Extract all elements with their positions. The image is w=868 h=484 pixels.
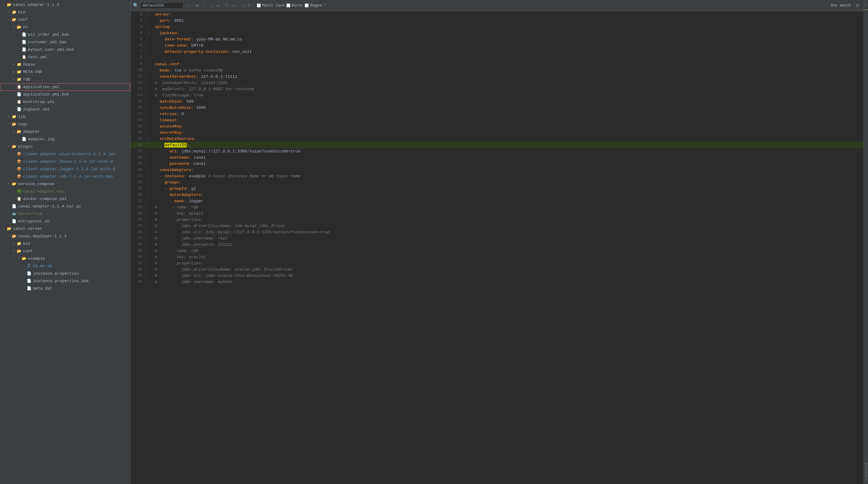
tree-item-docker-compose[interactable]: 📋docker-compose.yml (0, 195, 130, 203)
tree-item-meta_dat[interactable]: 📄meta.dat (0, 285, 130, 293)
code-line-24[interactable]: username: canal (152, 154, 864, 160)
tree-item-h2mv[interactable]: 🗄h2.mv.db (0, 263, 130, 270)
fold-arrow-9[interactable]: ▾ (148, 62, 150, 66)
code-line-37[interactable]: # jdbc.username: root (152, 235, 864, 241)
code-editor[interactable]: 1▾server:2 port: 80813▾spring:4▾ jackson… (131, 11, 864, 484)
tree-item-client-hbase[interactable]: 📦client-adapter.hbase-1.1.4-jar-with-d (0, 158, 130, 165)
tree-item-entrypoint[interactable]: 📄entrypoint.sh (0, 218, 130, 225)
code-line-35[interactable]: # jdbc.driverClassName: com.mysql.jdbc.D… (152, 223, 864, 229)
regex-option[interactable]: Regex (305, 3, 322, 8)
fold-arrow-30[interactable]: ▾ (148, 193, 150, 196)
tree-item-canal-adapter-env[interactable]: 🌿canal-adapter.env (0, 188, 130, 195)
fold-arrow-4[interactable]: ▾ (148, 31, 150, 35)
code-line-23[interactable]: url: jdbc:mysql://127.0.0.1:3306/xuzan?u… (152, 148, 864, 154)
code-line-22[interactable]: defaultDS: (152, 142, 864, 148)
code-line-8[interactable] (152, 55, 864, 61)
tree-item-bin[interactable]: 📁bin (0, 9, 130, 16)
filter-button2[interactable]: ⊢ (231, 2, 238, 9)
tree-item-canal-adapter-root[interactable]: 📂canal.adapter-1.1.4 (0, 1, 130, 9)
close-search-button[interactable]: ✕ (194, 2, 200, 9)
code-line-39[interactable]: # - name: rdb (152, 248, 864, 254)
code-line-31[interactable]: - name: logger (152, 198, 864, 204)
code-line-14[interactable]: # flatMessage: true (152, 92, 864, 98)
match-case-option[interactable]: Match Case (257, 3, 284, 8)
tree-item-conf[interactable]: 📂conf (0, 16, 130, 24)
code-line-9[interactable]: canal.conf: (152, 61, 864, 67)
tree-item-dockerfile[interactable]: 🐳Dockerfile (0, 210, 130, 218)
tree-item-logback_xml[interactable]: 📄logback.xml (0, 106, 130, 113)
words-option[interactable]: Words (286, 3, 303, 8)
code-line-11[interactable]: canalServerHost: 127.0.0.1:11111 (152, 73, 864, 80)
tree-item-application_yml_bak[interactable]: 📄application.yml.bak (0, 91, 130, 98)
fold-arrow-3[interactable]: ▾ (148, 25, 150, 29)
tree-item-customer[interactable]: 📄customer.yml.bak (0, 38, 130, 46)
tree-item-service_compose[interactable]: 📂service_compose (0, 180, 130, 188)
tree-item-es[interactable]: 📂es (0, 24, 130, 31)
code-line-25[interactable]: password: canal (152, 160, 864, 167)
code-line-21[interactable]: srcDataSources: (152, 135, 864, 142)
code-line-27[interactable]: - instance: example # canal instance Nam… (152, 173, 864, 179)
tree-item-canal-server[interactable]: 📂canal-server (0, 225, 130, 233)
code-line-40[interactable]: # key: oracle1 (152, 254, 864, 260)
tree-item-client-es[interactable]: 📦client-adapter.elasticsearch-1.1.4-jar- (0, 151, 130, 158)
tree-item-rdb[interactable]: 📁rdb (0, 76, 130, 83)
code-line-38[interactable]: # jdbc.password: 121212 (152, 241, 864, 248)
tree-item-instance_props[interactable]: 📄instance.properties (0, 270, 130, 277)
code-line-28[interactable]: groups: (152, 179, 864, 185)
code-line-18[interactable]: timeout: (152, 117, 864, 123)
tree-item-conf2[interactable]: 📂conf (0, 248, 130, 255)
code-line-29[interactable]: - groupId: g1 (152, 185, 864, 191)
filter-button3[interactable]: ⊣ (240, 2, 246, 9)
tree-item-mytest_user[interactable]: 📄mytest_user.yml.bak (0, 46, 130, 54)
tree-item-application_yml[interactable]: 📋application.yml (0, 83, 130, 91)
fold-arrow-1[interactable]: ▾ (148, 13, 150, 16)
tree-item-instance_props_bak[interactable]: 📄instance.properties.bak (0, 277, 130, 285)
tree-item-adapter_log[interactable]: 📄adapter.log (0, 135, 130, 143)
tree-item-client-rdb[interactable]: 📦client-adapter.rdb-1.1.4-jar-with-dep (0, 173, 130, 180)
prev-result-button[interactable]: ← (186, 2, 192, 9)
code-line-2[interactable]: port: 8081 (152, 18, 864, 24)
code-line-33[interactable]: # key: mysql1 (152, 210, 864, 216)
tree-item-lib[interactable]: 📁lib (0, 113, 130, 121)
code-line-43[interactable]: # jdbc.url: jdbc:oracle:thin:@localhost:… (152, 272, 864, 279)
tree-item-plugin[interactable]: 📂plugin (0, 143, 130, 151)
code-line-19[interactable]: accessKey: (152, 123, 864, 129)
code-line-4[interactable]: jackson: (152, 30, 864, 36)
code-line-42[interactable]: # jdbc.driverClassName: oracle.jdbc.Orac… (152, 266, 864, 272)
tree-item-biz_order[interactable]: 📄biz_order.yml.bak (0, 31, 130, 38)
tree-item-example[interactable]: 📂example (0, 255, 130, 263)
close-button[interactable]: ✕ (854, 2, 861, 9)
tree-item-META-INF[interactable]: 📁META-INF (0, 68, 130, 76)
search-input[interactable] (140, 2, 184, 9)
fold-arrow-29[interactable]: ▾ (148, 187, 150, 190)
code-line-30[interactable]: outerAdapters: (152, 191, 864, 198)
fold-arrow-26[interactable]: ▾ (148, 168, 150, 172)
code-line-34[interactable]: # properties: (152, 216, 864, 223)
words-checkbox[interactable] (286, 3, 290, 7)
code-line-20[interactable]: secretKey: (152, 129, 864, 135)
code-line-44[interactable]: # jdbc.username: mytest (152, 279, 864, 285)
code-line-41[interactable]: # properties: (152, 260, 864, 266)
code-line-12[interactable]: # zookeeperHosts: slave1:2181 (152, 80, 864, 86)
code-line-10[interactable]: mode: tcp # kafka rocketMQ (152, 67, 864, 73)
code-line-15[interactable]: batchSize: 500 (152, 98, 864, 104)
fold-arrow-28[interactable]: ▾ (148, 181, 150, 184)
code-line-26[interactable]: canalAdapters: (152, 167, 864, 173)
tree-item-canal-tar[interactable]: 📄canal.adapter-1.1.4.tar.gz (0, 203, 130, 210)
tree-item-client-logger[interactable]: 📦client-adapter.logger-1.1.4-jar-with-d (0, 165, 130, 173)
regex-checkbox[interactable] (305, 3, 309, 7)
code-line-5[interactable]: date-format: yyyy-MM-dd HH:mm:ss (152, 36, 864, 42)
file-tree[interactable]: 📂canal.adapter-1.1.4📁bin📂conf📂es📄biz_ord… (0, 0, 131, 484)
fold-arrow-21[interactable]: ▾ (148, 137, 150, 141)
code-line-7[interactable]: default-property-inclusion: non_null (152, 49, 864, 55)
tree-item-bootstrap_yml[interactable]: 📋bootstrap.yml (0, 98, 130, 106)
code-line-13[interactable]: # mqServers: 127.0.0.1:9092 #or rocketmq (152, 86, 864, 92)
code-line-32[interactable]: # - name: rdb (152, 204, 864, 210)
tree-item-test_yml[interactable]: 📋test.yml (0, 54, 130, 61)
code-line-1[interactable]: server: (152, 11, 864, 18)
tree-item-logs[interactable]: 📂logs (0, 121, 130, 128)
code-line-36[interactable]: # jdbc.url: jdbc:mysql://127.0.0.1:3306/… (152, 229, 864, 235)
code-line-16[interactable]: syncBatchSize: 1000 (152, 104, 864, 111)
tree-item-adapter[interactable]: 📂adapter (0, 128, 130, 135)
tree-item-canal-deployer[interactable]: 📂canal.deployer-1.1.4 (0, 233, 130, 240)
